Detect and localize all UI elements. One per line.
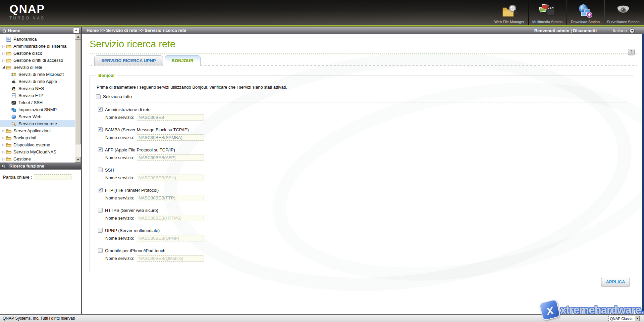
- tree-item-label: Dispositivo esterno: [13, 142, 50, 147]
- tab-servizio-ricerca-upnp[interactable]: SERVIZIO RICERCA UPNP: [94, 55, 163, 65]
- service-block-upnp-server-multimediale: UPNP (Server multimediale)Nome servizio:: [98, 227, 626, 247]
- service-block-ssh: SSHNome servizio:: [98, 167, 626, 187]
- station-multimedia-station[interactable]: Multimedia Station: [528, 0, 566, 25]
- station-surveillance-station[interactable]: Surveillance Station: [604, 0, 642, 25]
- apply-button[interactable]: APPLICA: [601, 278, 630, 286]
- station-web-file-manager[interactable]: Web File Manager: [490, 0, 528, 25]
- tab-bonjour[interactable]: BONJOUR: [165, 55, 201, 66]
- folder-icon: [6, 51, 11, 56]
- tree-item-servizio-ricerca-rete[interactable]: Servizio ricerca rete: [0, 120, 81, 127]
- tree-item-servizio-ftp[interactable]: FTPServizio FTP: [0, 92, 81, 99]
- service-checkbox-ssh[interactable]: [98, 168, 103, 172]
- tree-item-server-applicazioni[interactable]: ▷Server Applicazioni: [0, 127, 81, 134]
- service-checkbox-qmobile-per-iphone-ipod-touch[interactable]: [98, 248, 103, 253]
- service-name-input-upnp-server-multimediale[interactable]: [137, 235, 204, 241]
- service-name-input-afp-apple-file-protocol-su-tcp-ip[interactable]: [137, 154, 204, 161]
- station-download-station[interactable]: Download Station: [566, 0, 604, 25]
- qnap-admin-page: { "header": { "logo_title": "QNAP", "log…: [0, 0, 644, 322]
- expander-collapsed-icon[interactable]: ▷: [1, 136, 6, 140]
- welcome-separator: |: [571, 28, 572, 33]
- tree-scrollbar[interactable]: [75, 34, 81, 163]
- service-checkbox-https-server-web-sicuro[interactable]: [98, 208, 103, 213]
- station-shortcuts: Web File ManagerMultimedia StationDownlo…: [490, 0, 642, 25]
- tree-item-impostazioni-snmp[interactable]: Impostazioni SNMP: [0, 106, 81, 113]
- folder-open-icon: [6, 65, 11, 70]
- tree-item-label: Servizio MyCloudNAS: [13, 149, 56, 154]
- service-name-input-ssh[interactable]: [137, 175, 204, 181]
- tree-item-servizio-mycloudnas[interactable]: ▷Servizio MyCloudNAS: [0, 148, 81, 155]
- service-name-label: Nome servizio:: [105, 175, 134, 180]
- service-name-input-https-server-web-sicuro[interactable]: [137, 215, 204, 221]
- language-selector[interactable]: Italiano: [613, 28, 635, 33]
- tree-item-telnet-ssh[interactable]: Telnet / SSH: [0, 99, 81, 106]
- theme-select[interactable]: QNAP Classic: [608, 316, 640, 321]
- service-name-input-samba-server-message-block-su-tcp-ip[interactable]: [137, 134, 204, 141]
- collapse-sidebar-button[interactable]: «: [73, 28, 79, 33]
- bonjour-fieldset: Bonjour Prima di trasmettere i seguenti …: [90, 76, 633, 272]
- expander-collapsed-icon[interactable]: ▷: [1, 59, 6, 62]
- expander-collapsed-icon[interactable]: ▷: [1, 157, 6, 161]
- folder-icon: [6, 128, 11, 134]
- folder-icon: [6, 156, 11, 162]
- fieldset-legend: Bonjour: [96, 73, 117, 78]
- service-label: SAMBA (Server Message Block su TCP/IP): [105, 127, 189, 132]
- breadcrumb[interactable]: Home >> Servizio di rete >> Servizio ric…: [81, 27, 186, 34]
- service-name-input-qmobile-per-iphone-ipod-touch[interactable]: [137, 255, 204, 262]
- tree-item-servizi-di-rete-apple[interactable]: Servizi di rete Apple: [0, 78, 81, 85]
- service-checkbox-amministrazione-di-rete[interactable]: [98, 107, 103, 112]
- service-checkbox-upnp-server-multimediale[interactable]: [98, 228, 103, 233]
- folder-icon: [6, 44, 11, 49]
- tree-item-backup-dati[interactable]: ▷Backup dati: [0, 134, 81, 141]
- service-block-samba-server-message-block-su-tcp-ip: SAMBA (Server Message Block su TCP/IP)No…: [98, 126, 626, 146]
- webserver-icon: [11, 114, 16, 120]
- scroll-down-button[interactable]: [75, 157, 81, 163]
- service-name-input-ftp-file-transfer-protocol[interactable]: [137, 195, 204, 201]
- keyword-input[interactable]: [34, 174, 71, 180]
- tree-item-dispositivo-esterno[interactable]: ▷Dispositivo esterno: [0, 141, 81, 148]
- expander-collapsed-icon[interactable]: ▷: [1, 52, 6, 55]
- download-station-icon: [577, 4, 594, 19]
- tree-item-label: Servizio di rete: [13, 65, 42, 70]
- dropdown-arrow-icon[interactable]: [635, 316, 640, 321]
- service-name-label: Nome servizio:: [105, 236, 134, 241]
- tree-item-servizi-di-rete-microsoft[interactable]: Servizi di rete Microsoft: [0, 71, 81, 78]
- scrollbar-thumb[interactable]: [75, 40, 81, 144]
- tree-item-gestione-disco[interactable]: ▷Gestione disco: [0, 50, 81, 57]
- logout-link[interactable]: Disconnetti: [573, 28, 597, 33]
- station-label: Multimedia Station: [532, 20, 563, 24]
- overview-icon: [6, 37, 11, 42]
- tree-item-server-web[interactable]: Server Web: [0, 113, 81, 120]
- expander-expanded-icon[interactable]: [1, 66, 6, 68]
- navigation-tree: Panoramica▷Amministrazione di sistema▷Ge…: [0, 34, 81, 163]
- language-dropdown-icon[interactable]: [630, 28, 635, 33]
- tab-strip: SERVIZIO RICERCA UPNPBONJOUR: [94, 55, 201, 66]
- tree-item-gestione-diritti-di-accesso[interactable]: ▷Gestione diritti di accesso: [0, 57, 81, 64]
- tree-item-label: Servizi di rete Microsoft: [18, 72, 64, 77]
- help-button[interactable]: ?: [628, 49, 635, 55]
- tree-item-servizio-nfs[interactable]: Servizio NFS: [0, 85, 81, 92]
- service-checkbox-samba-server-message-block-su-tcp-ip[interactable]: [98, 127, 103, 132]
- expander-collapsed-icon[interactable]: ▷: [1, 143, 6, 147]
- tree-item-amministrazione-di-sistema[interactable]: ▷Amministrazione di sistema: [0, 43, 81, 50]
- theme-select-value: QNAP Classic: [609, 317, 635, 321]
- expander-collapsed-icon[interactable]: ▷: [1, 45, 6, 48]
- tree-item-gestione[interactable]: ▷Gestione: [0, 155, 81, 163]
- service-checkbox-afp-apple-file-protocol-su-tcp-ip[interactable]: [98, 147, 103, 152]
- station-label: Download Station: [571, 20, 600, 24]
- folder-icon: [6, 135, 11, 141]
- sidebar-header-home: Home «: [0, 27, 81, 34]
- service-checkbox-ftp-file-transfer-protocol[interactable]: [98, 188, 103, 192]
- surveillance-station-icon: [614, 4, 632, 19]
- tree-item-panoramica[interactable]: Panoramica: [0, 36, 81, 43]
- scroll-up-button[interactable]: [75, 34, 81, 40]
- expander-collapsed-icon[interactable]: ▷: [1, 150, 6, 154]
- service-block-amministrazione-di-rete: Amministrazione di reteNome servizio:: [98, 106, 626, 126]
- tree-item-servizio-di-rete[interactable]: Servizio di rete: [0, 64, 81, 71]
- service-name-input-amministrazione-di-rete[interactable]: [137, 114, 204, 121]
- tree-item-label: Servizio NFS: [18, 86, 44, 91]
- expander-collapsed-icon[interactable]: ▷: [1, 129, 6, 133]
- windows-icon: [11, 72, 16, 77]
- service-block-afp-apple-file-protocol-su-tcp-ip: AFP (Apple File Protocol su TCP/IP)Nome …: [98, 146, 626, 167]
- select-all-checkbox[interactable]: [96, 94, 101, 99]
- network-search-icon: [11, 121, 16, 127]
